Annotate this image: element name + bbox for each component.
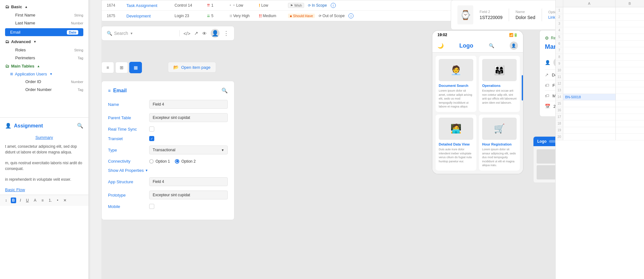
sheet-cell-a[interactable] <box>563 127 616 133</box>
name-input[interactable]: Field 4 <box>149 100 228 109</box>
tree-basic-header[interactable]: 🗂 Basic ▲ <box>0 3 88 11</box>
real-time-sync-checkbox[interactable] <box>149 127 154 132</box>
row-name-2[interactable]: Development <box>126 14 171 18</box>
sheet-cell-b[interactable] <box>616 67 644 74</box>
mobile-search[interactable]: 🔍 <box>489 43 494 48</box>
app-users-header[interactable]: ⊞ Application Users ▼ <box>10 70 88 78</box>
sheet-cell-a[interactable] <box>563 74 616 80</box>
search-area[interactable]: 🔍 Search ▼ <box>107 31 175 36</box>
transiet-row: Transiet ✓ <box>108 136 228 141</box>
sheet-cell-a[interactable] <box>563 134 616 140</box>
show-all-btn[interactable]: Show All Properties ▼ <box>108 168 228 173</box>
tree-main-tables-header[interactable]: 🗂 Main Tables ▲ <box>0 62 88 70</box>
sheet-cell-b[interactable] <box>616 14 644 20</box>
person-icon: 👤 <box>5 123 11 129</box>
assignment-search-icon[interactable]: 🔍 <box>77 123 83 129</box>
name-field-value: Dolor Sed <box>515 15 535 20</box>
summary-link[interactable]: Summary <box>0 134 88 141</box>
sheet-cell-a[interactable] <box>563 7 616 14</box>
row-name[interactable]: Task Assignment <box>126 3 171 8</box>
parent-table-input[interactable]: Excepteur sint cupidat <box>149 113 228 122</box>
sheet-cell-a[interactable] <box>563 27 616 34</box>
sheet-cell-a[interactable] <box>563 81 616 87</box>
toolbar-clear[interactable]: ✕ <box>62 198 68 203</box>
sheet-cell-b[interactable] <box>616 41 644 47</box>
sheet-cell-a[interactable] <box>563 120 616 127</box>
transiet-checkbox[interactable]: ✓ <box>149 136 154 141</box>
type-select[interactable]: Transactional ▼ <box>149 146 228 154</box>
toolbar-color[interactable]: A <box>33 198 38 203</box>
prototype-row: Prototype Excepteur sint cupidat <box>108 191 228 199</box>
toolbar-expand[interactable]: ↕ <box>4 198 8 203</box>
sheet-cell-a[interactable] <box>563 34 616 40</box>
sheet-cell-a[interactable] <box>563 101 616 107</box>
kebab-menu[interactable]: ⋮ <box>223 30 229 37</box>
user-avatar[interactable]: 👤 <box>211 29 220 38</box>
sheet-cell-b[interactable] <box>616 74 644 80</box>
sheet-cell-b[interactable] <box>616 107 644 114</box>
sheet-cell-a[interactable] <box>563 41 616 47</box>
sheet-cell-a[interactable] <box>563 47 616 54</box>
grid-view-btn[interactable]: ⊞ <box>115 62 128 73</box>
sheet-row: 17 <box>556 114 644 120</box>
sheet-cell-b[interactable] <box>616 7 644 14</box>
first-name-item[interactable]: First Name String <box>10 11 88 19</box>
prototype-input[interactable]: Excepteur sint cupidat <box>149 191 228 199</box>
toolbar-italic[interactable]: I <box>19 198 22 203</box>
sheet-cell-b[interactable] <box>616 114 644 120</box>
share-icon[interactable]: ↗ <box>194 30 198 36</box>
sheet-cell-b[interactable] <box>616 101 644 107</box>
sheet-cell-b[interactable] <box>616 27 644 34</box>
panel-search-icon[interactable]: 🔍 <box>221 88 228 94</box>
sheet-cell-b[interactable] <box>616 134 644 140</box>
sheet-cell-a[interactable] <box>563 107 616 114</box>
toolbar-bullet[interactable]: • <box>56 198 60 203</box>
sheet-cell-a[interactable]: BN-50018 <box>563 94 616 100</box>
sheet-cell-a[interactable] <box>563 21 616 27</box>
sheet-cell-a[interactable] <box>563 114 616 120</box>
last-name-item[interactable]: Last Name Number <box>10 19 88 27</box>
table-view-btn[interactable]: ▦ <box>129 62 142 73</box>
sheet-cell-b[interactable] <box>616 120 644 127</box>
email-item[interactable]: Email Date <box>5 28 83 36</box>
open-item-btn[interactable]: 📂 Open item page <box>168 62 216 73</box>
mobile-avatar[interactable]: 👤 <box>510 42 518 50</box>
eye-icon[interactable]: 👁 <box>202 31 207 36</box>
sheet-cell-b[interactable] <box>616 47 644 54</box>
list-view-btn[interactable]: ≡ <box>101 62 114 73</box>
info-button[interactable]: i <box>331 3 336 8</box>
roles-item[interactable]: Roles String <box>10 46 88 54</box>
sheet-cell-b[interactable] <box>616 94 644 100</box>
info-button-2[interactable]: i <box>348 13 354 18</box>
sheet-cell-b[interactable] <box>616 87 644 94</box>
mobile-checkbox[interactable] <box>149 204 154 209</box>
sheet-cell-a[interactable] <box>563 87 616 94</box>
toolbar-bold[interactable]: B <box>11 198 16 203</box>
sheet-cell-a[interactable] <box>563 54 616 60</box>
connectivity-row: Connectivity Option 1 Option 2 <box>108 159 228 164</box>
option-2-radio[interactable]: Option 2 <box>175 159 195 164</box>
sheet-cell-b[interactable] <box>616 81 644 87</box>
tree-advanced-header[interactable]: 🗂 Advanced ▼ <box>0 37 88 46</box>
sheet-cell-a[interactable] <box>563 67 616 74</box>
perimeters-item[interactable]: Perimeters Tag <box>10 54 88 62</box>
sheet-cell-a[interactable] <box>563 14 616 20</box>
sheet-cell-b[interactable] <box>616 61 644 67</box>
order-number-item[interactable]: Order Number Tag <box>20 86 88 94</box>
sheet-cell-b[interactable] <box>616 54 644 60</box>
toolbar-align[interactable]: ≡ <box>40 198 45 203</box>
field2-value: 1ST220009 <box>480 15 502 20</box>
order-id-item[interactable]: Order ID Number <box>20 78 88 86</box>
option-1-radio[interactable]: Option 1 <box>149 159 170 164</box>
app-structure-input[interactable]: Field 4 <box>149 177 228 186</box>
sheet-cell-b[interactable] <box>616 127 644 133</box>
sheet-cell-a[interactable] <box>563 61 616 67</box>
basic-flow-link[interactable]: Basic Flow <box>0 185 88 195</box>
sheet-cell-b[interactable] <box>616 34 644 40</box>
table-row: 1675 Development Login 23 ⇊ 5 ⁞⁞ Very Hi… <box>102 11 507 21</box>
toolbar-ordered[interactable]: 1. <box>48 198 53 203</box>
toolbar-underline[interactable]: U <box>25 198 30 203</box>
sheet-cell-b[interactable] <box>616 21 644 27</box>
radio-circle-1 <box>149 159 154 164</box>
code-icon[interactable]: </> <box>183 31 190 36</box>
